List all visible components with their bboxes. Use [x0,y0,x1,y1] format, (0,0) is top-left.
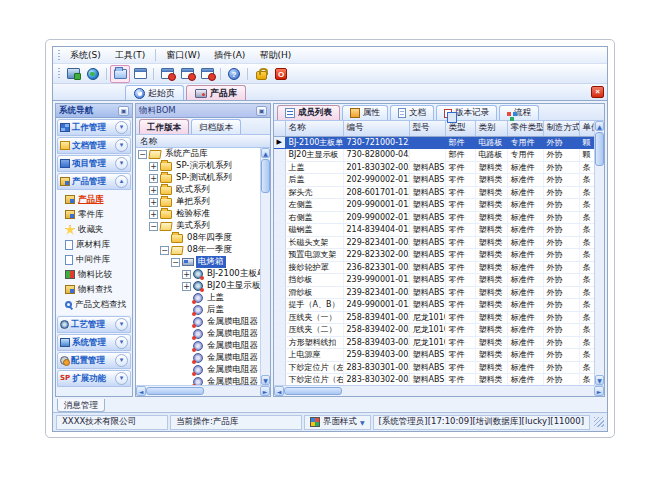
expander-minus-icon[interactable]: − [138,150,147,159]
tree-node[interactable]: −08年一季度 [136,244,260,256]
tree-column-header[interactable]: 名称 [136,135,270,148]
tree-node[interactable]: +BJ-2100主板单点 [136,268,260,280]
members-tab-documents[interactable]: 文档 [390,105,434,120]
table-row[interactable]: 下纱定位片（左）283-830301-00X塑料ABS零件塑料类标准件外协条 [274,361,594,374]
column-header[interactable]: 型号 [409,121,445,136]
sidebar-section-configuration[interactable]: 配置管理▾ [57,352,131,369]
chevron-up-icon[interactable]: ▴ [115,175,128,188]
report-window-button[interactable] [130,65,150,83]
sidebar-item-material-search[interactable]: 物料查找 [56,282,132,297]
menu-item-system[interactable]: 系统(S) [63,47,108,64]
menu-item-plugins[interactable]: 插件(A) [207,47,252,64]
doc-tab-product-library[interactable]: 产品库 [186,85,246,100]
message-manager-tab[interactable]: 消息管理 [57,399,105,412]
tree-node[interactable]: 08年四季度 [136,232,260,244]
sidebar-section-extensions[interactable]: SP扩展功能▾ [57,370,131,387]
scroll-up-icon[interactable]: ▲ [261,148,270,158]
sidebar-item-favorites[interactable]: 收藏夹 [56,222,132,237]
scroll-thumb[interactable] [261,159,270,193]
expander-plus-icon[interactable]: + [182,282,191,291]
product-library-button[interactable] [110,65,130,83]
table-horizontal-scrollbar[interactable]: ◄ ► [274,385,604,396]
table-row[interactable]: 右侧盖209-990002-01X塑料ABS零件塑料类标准件外协条 [274,211,594,224]
exit-button[interactable] [271,65,291,83]
table-row[interactable]: 后盖202-990002-01X塑料ABS零件塑料类标准件外协条 [274,174,594,187]
tree-node[interactable]: +BJ20主显示板 [136,280,260,292]
close-window-b-button[interactable] [177,65,197,83]
column-header[interactable]: 编号 [343,121,409,136]
table-row[interactable]: 滑纱板239-823401-00X塑料ABS零件塑料类标准件外协条 [274,286,594,299]
scroll-up-icon[interactable]: ▲ [595,121,604,131]
table-row[interactable]: 接纱轮护罩236-823301-00X塑料ABS零件塑料类标准件外协条 [274,261,594,274]
sidebar-section-process[interactable]: 工艺管理▾ [57,316,131,333]
tree-node[interactable]: −电烤箱 [136,256,260,268]
expander-minus-icon[interactable]: − [160,246,169,255]
expander-plus-icon[interactable]: + [149,210,158,219]
sidebar-section-products[interactable]: 产品管理▴ [57,173,131,190]
menu-item-tools[interactable]: 工具(T) [108,47,153,64]
table-row[interactable]: 上电源座259-839403-00X塑料ABS零件塑料类标准件外协条 [274,349,594,362]
doc-tab-start-page[interactable]: 起始页 [125,85,184,100]
column-header[interactable]: 制造方式 [543,121,579,136]
chevron-down-icon[interactable]: ▾ [115,318,128,331]
scroll-right-icon[interactable]: ► [260,386,270,396]
chevron-down-icon[interactable]: ▾ [115,121,128,134]
table-row[interactable]: 左侧盖209-990001-01X塑料ABS零件塑料类标准件外协条 [274,199,594,212]
tree-node[interactable]: 金属膜电阻器 [136,316,260,328]
members-tab-workflow[interactable]: 流程 [499,105,539,120]
scroll-right-icon[interactable]: ► [594,386,604,396]
column-header[interactable]: 类别 [475,121,507,136]
chevron-down-icon[interactable]: ▾ [115,139,128,152]
sidebar-item-product-doc-search[interactable]: 产品文档查找 [56,297,132,312]
column-header[interactable]: 类型 [445,121,475,136]
table-row[interactable]: 压线夹（二）258-839402-00X尼龙1010零件塑料类标准件外协条 [274,324,594,337]
column-header[interactable]: 零件类型 [507,121,543,136]
table-row[interactable]: 压线夹（一）258-839401-00X尼龙1010零件塑料类标准件外协条 [274,311,594,324]
bom-tab-archived-version[interactable]: 归档版本 [191,119,241,134]
close-window-c-button[interactable] [197,65,217,83]
tree-node[interactable]: 金属膜电阻器 [136,340,260,352]
tree-node[interactable]: +检验标准 [136,208,260,220]
lock-button[interactable] [251,65,271,83]
table-row[interactable]: 下纱定位片（右）283-830302-00X塑料ABS零件塑料类标准件外协条 [274,374,594,386]
scroll-down-icon[interactable]: ▼ [595,375,604,385]
scroll-down-icon[interactable]: ▼ [261,375,270,385]
close-window-a-button[interactable] [157,65,177,83]
bom-tab-working-version[interactable]: 工作版本 [139,119,189,134]
workstation-button[interactable] [63,65,83,83]
table-row[interactable]: 挡纱板239-990001-01X塑料ABS零件塑料类标准件外协条 [274,274,594,287]
sidebar-item-material-compare[interactable]: 物料比较 [56,267,132,282]
sidebar-section-documents[interactable]: 文档管理▾ [57,137,131,154]
web-button[interactable] [83,65,103,83]
table-row[interactable]: 探头壳208-601701-01X塑料ABS零件塑料类标准件外协条 [274,186,594,199]
ui-style-picker[interactable]: 界面样式 ▼ [304,415,371,430]
scroll-thumb[interactable] [146,387,204,395]
table-row[interactable]: 磁钢盖214-839404-01X塑料ABS零件塑料类标准件外协条 [274,224,594,237]
tree-node[interactable]: 金属膜电阻器 [136,328,260,340]
table-row[interactable]: 提手（A、B）249-990001-01X塑料ABS零件塑料类标准件外协条 [274,299,594,312]
tree-node[interactable]: 金属膜电阻器 [136,352,260,364]
menu-item-help[interactable]: 帮助(H) [252,47,298,64]
scroll-left-icon[interactable]: ◄ [274,386,284,396]
tree-node[interactable]: 金属膜电阻器 [136,376,260,385]
close-tab-icon[interactable]: × [591,86,604,98]
members-tab-properties[interactable]: 属性 [342,105,388,120]
expander-plus-icon[interactable]: + [149,186,158,195]
expander-minus-icon[interactable]: − [149,222,158,231]
column-header[interactable]: 单位 [579,121,594,136]
expander-plus-icon[interactable]: + [149,162,158,171]
scroll-left-icon[interactable]: ◄ [136,386,146,396]
tree-node[interactable]: 上盖 [136,292,260,304]
expander-minus-icon[interactable]: − [171,258,180,267]
members-tab-version-history[interactable]: 版本记录 [436,105,497,120]
tree-node[interactable]: 金属膜电阻器 [136,364,260,376]
table-row[interactable]: BJ20主显示板730-828000-04X部件电路板专用件外协颗 [274,149,594,162]
chevron-down-icon[interactable]: ▾ [115,372,128,385]
tree-node[interactable]: +单把系列 [136,196,260,208]
tree-node[interactable]: −系统产品库 [136,148,260,160]
tree-node[interactable]: 后盖 [136,304,260,316]
menu-item-window[interactable]: 窗口(W) [159,47,207,64]
chevron-down-icon[interactable]: ▾ [115,157,128,170]
chevron-down-icon[interactable]: ▾ [115,354,128,367]
table-row[interactable]: ▶BJ-2100主板单点730-721000-12X部件电路板专用件外协颗 [274,136,594,149]
